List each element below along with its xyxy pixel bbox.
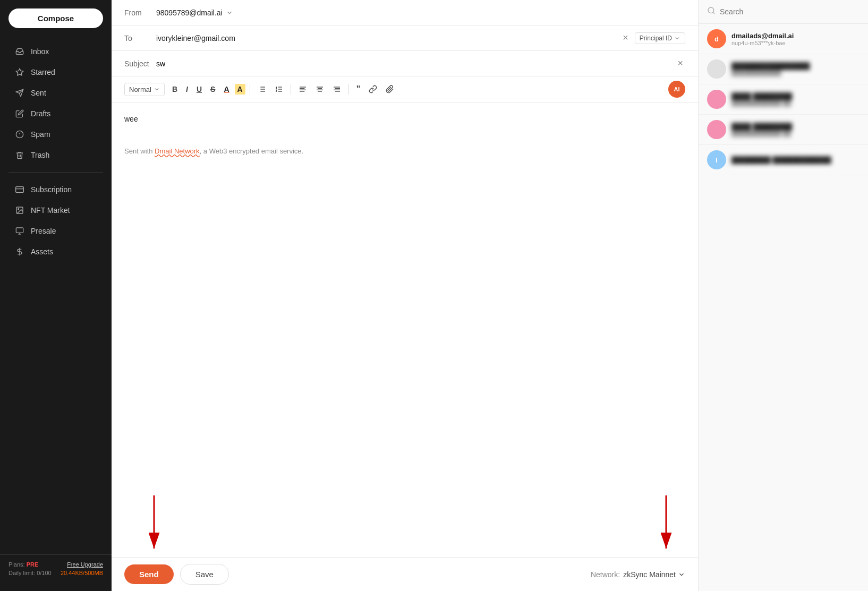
search-bar — [699, 0, 868, 24]
toolbar-divider-1 — [250, 84, 250, 95]
sent-icon — [15, 88, 24, 98]
contact-name: ████████████████ — [731, 62, 860, 70]
right-panel: d dmailads@dmail.ai nup4u-m53***yk-bae █… — [698, 0, 868, 591]
from-dropdown[interactable]: 98095789@dmail.ai — [156, 8, 685, 17]
subject-clear-button[interactable]: × — [675, 56, 685, 71]
ai-button[interactable]: AI — [668, 81, 685, 98]
attachment-icon — [386, 85, 394, 93]
align-right-button[interactable] — [329, 83, 344, 96]
unordered-list-button[interactable] — [254, 83, 269, 96]
to-actions: × Principal ID — [620, 30, 685, 46]
subscription-icon — [15, 185, 24, 194]
svg-point-39 — [708, 7, 714, 13]
editor-area[interactable]: wee Sent with Dmail Network, a Web3 encr… — [112, 102, 698, 557]
sent-with-text: Sent with Dmail Network, a Web3 encrypte… — [124, 146, 685, 157]
network-dropdown[interactable]: zkSync Mainnet — [623, 570, 685, 579]
sidebar-item-starred[interactable]: Starred — [4, 62, 107, 82]
strikethrough-button[interactable]: S — [207, 83, 218, 96]
to-label: To — [124, 34, 156, 42]
sidebar-item-label: Assets — [31, 247, 53, 256]
storage-used: 20.44KB/500MB — [61, 570, 103, 576]
contact-sub: ████████████ ██ — [731, 131, 860, 137]
toolbar-divider-2 — [291, 84, 291, 95]
sidebar-item-label: Spam — [31, 130, 50, 139]
trash-icon — [15, 150, 24, 160]
nav-primary: Inbox Starred Sent Drafts Spam — [0, 41, 112, 166]
sidebar-item-subscription[interactable]: Subscription — [4, 179, 107, 200]
nav-divider — [8, 172, 103, 173]
to-address: ivorykleiner@gmail.com — [156, 34, 235, 42]
body-text: wee — [124, 113, 685, 125]
sidebar-item-label: Sent — [31, 89, 46, 97]
chevron-down-icon — [678, 571, 685, 578]
sidebar-item-spam[interactable]: Spam — [4, 124, 107, 144]
contact-4[interactable]: I ████████ ████████████ — [699, 145, 868, 175]
sidebar-item-drafts[interactable]: Drafts — [4, 104, 107, 124]
presale-icon — [15, 226, 24, 236]
contact-1[interactable]: ████████████████ ████████████ — [699, 54, 868, 84]
sidebar: Compose Inbox Starred Sent Drafts — [0, 0, 112, 591]
sidebar-item-assets[interactable]: Assets — [4, 242, 107, 262]
search-icon — [707, 6, 716, 17]
nft-icon — [15, 205, 24, 215]
svg-rect-10 — [16, 228, 23, 233]
sidebar-item-label: Starred — [31, 68, 55, 76]
format-select[interactable]: Normal — [124, 83, 165, 96]
sidebar-item-nft-market[interactable]: NFT Market — [4, 200, 107, 220]
align-center-button[interactable] — [312, 83, 327, 96]
sidebar-item-inbox[interactable]: Inbox — [4, 41, 107, 62]
attachment-button[interactable] — [382, 83, 397, 96]
plans-label: Plans: — [8, 561, 25, 568]
bold-button[interactable]: B — [169, 83, 181, 96]
principal-id-button[interactable]: Principal ID — [635, 32, 685, 44]
svg-rect-6 — [16, 187, 24, 193]
sidebar-item-trash[interactable]: Trash — [4, 145, 107, 165]
contact-2[interactable]: ████ ████████ ████████████ ██ — [699, 84, 868, 115]
send-button[interactable]: Send — [124, 564, 174, 584]
from-value: 98095789@dmail.ai — [156, 8, 223, 17]
svg-point-9 — [18, 209, 19, 210]
align-center-icon — [316, 85, 324, 93]
subject-input[interactable] — [156, 59, 675, 68]
format-label: Normal — [129, 85, 151, 93]
italic-button[interactable]: I — [183, 83, 191, 96]
spam-icon — [15, 130, 24, 139]
contact-3[interactable]: ████ ████████ ████████████ ██ — [699, 115, 868, 145]
sidebar-item-label: Drafts — [31, 109, 50, 118]
sidebar-bottom: Plans: PRE Free Upgrade Daily limit: 0/1… — [0, 554, 112, 583]
sidebar-item-label: Subscription — [31, 185, 72, 194]
upgrade-link[interactable]: Free Upgrade — [67, 561, 103, 568]
ordered-list-button[interactable] — [271, 83, 286, 96]
contact-info: ████ ████████ ████████████ ██ — [731, 123, 860, 137]
search-input[interactable] — [720, 7, 860, 16]
contact-info: dmailads@dmail.ai nup4u-m53***yk-bae — [731, 32, 860, 46]
save-button[interactable]: Save — [180, 564, 229, 585]
compose-button[interactable]: Compose — [8, 8, 103, 28]
sidebar-item-label: NFT Market — [31, 206, 70, 215]
dmail-network-link[interactable]: Dmail Network — [155, 147, 200, 155]
drafts-icon — [15, 109, 24, 118]
to-row: To ivorykleiner@gmail.com × Principal ID — [112, 25, 698, 51]
avatar — [707, 59, 726, 79]
compose-area: From 98095789@dmail.ai To ivorykleiner@g… — [112, 0, 698, 591]
contact-name: ████████ ████████████ — [731, 156, 860, 164]
sender-contact[interactable]: d dmailads@dmail.ai nup4u-m53***yk-bae — [699, 24, 868, 54]
contact-info: ████████████████ ████████████ — [731, 62, 860, 76]
sidebar-item-presale[interactable]: Presale — [4, 221, 107, 241]
sidebar-item-sent[interactable]: Sent — [4, 83, 107, 103]
align-left-button[interactable] — [295, 83, 310, 96]
font-color-button[interactable]: A — [220, 83, 232, 96]
link-button[interactable] — [365, 83, 380, 96]
to-clear-button[interactable]: × — [620, 30, 631, 46]
star-icon — [15, 67, 24, 77]
sent-with-suffix: , a Web3 encrypted email service. — [200, 147, 304, 155]
underline-button[interactable]: U — [193, 83, 205, 96]
font-bg-button[interactable]: A — [235, 84, 245, 95]
sidebar-item-label: Inbox — [31, 47, 49, 56]
plans-value: PRE — [27, 561, 39, 568]
network-label: Network: — [591, 570, 620, 579]
compose-form: From 98095789@dmail.ai To ivorykleiner@g… — [112, 0, 698, 591]
quote-button[interactable]: " — [353, 82, 364, 96]
chevron-down-icon — [674, 35, 680, 41]
align-left-icon — [299, 85, 307, 93]
